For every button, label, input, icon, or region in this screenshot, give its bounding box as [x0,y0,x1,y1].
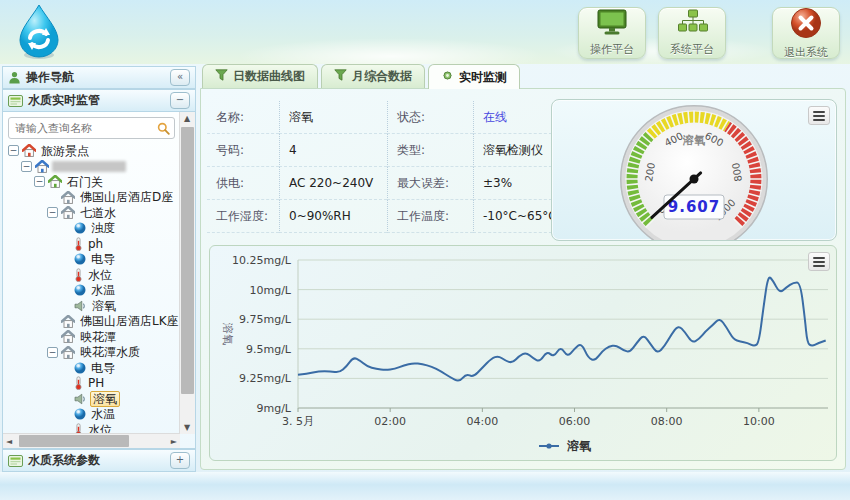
tree-item-label: 映花潭 [78,330,118,344]
tree-item[interactable]: 电导 [8,252,180,268]
header-button-label: 操作平台 [590,42,634,57]
info-value: 在线 [473,101,557,134]
dissolved-oxygen-chart: 9mg/L9.25mg/L9.5mg/L9.75mg/L10mg/L10.25m… [212,248,837,461]
tree-item[interactable]: 电导 [8,360,180,376]
tree-item-label: 水温 [89,407,117,421]
info-label: 工作温度: [387,200,473,233]
tab-1[interactable]: 月综合数据 [321,64,425,88]
scroll-right-icon[interactable]: ► [171,437,177,446]
tab-2[interactable]: 实时监测 [428,64,520,89]
tree-item-label: 电导 [89,361,117,375]
censored-label [52,161,126,172]
water-drop-logo [16,3,62,65]
filter-icon [334,69,347,84]
house-gray [61,206,75,219]
nav-header-label: 操作导航 [26,69,74,86]
tree-item-label: 佛国山居酒店D座（四 [78,190,180,204]
network-icon [677,9,708,40]
bottom-strip [0,472,850,500]
tree-item[interactable]: 佛国山居酒店LK座（展 [8,314,180,330]
sidebar-params-header[interactable]: 水质系统参数 + [2,449,196,472]
search-input[interactable] [13,121,154,136]
tree-container: −旅游景点 − −石门关 佛国山居酒店D座（四 −七道水 浊度 ph 电导 水位… [2,112,196,449]
tree-item[interactable]: 溶氧 [8,298,180,314]
sidebar-nav-header[interactable]: 操作导航 « [2,66,196,89]
tree-item[interactable]: −映花潭水质 [8,345,180,361]
svg-text:10mg/L: 10mg/L [249,284,291,297]
chart-panel: 9mg/L9.25mg/L9.5mg/L9.75mg/L10mg/L10.25m… [209,245,837,461]
system-platform-button[interactable]: 系统平台 [658,7,726,59]
svg-text:9.5mg/L: 9.5mg/L [246,343,292,356]
tree-expander-icon[interactable]: − [34,176,45,187]
expand-params-button[interactable]: + [170,452,190,469]
tree-item-label: 浊度 [89,221,117,235]
scroll-up-icon[interactable]: ▲ [184,114,190,123]
tab-content: 名称:溶氧状态:在线号码:4类型:溶氧检测仪供电:AC 220~240V最大误差… [200,88,846,470]
info-value: -10°C~65°C [473,200,557,233]
device-info-grid: 名称:溶氧状态:在线号码:4类型:溶氧检测仪供电:AC 220~240V最大误差… [207,101,551,233]
svg-text:溶氧: 溶氧 [221,322,234,345]
tree-item[interactable]: −七道水 [8,205,180,221]
exit-system-button[interactable]: 退出系统 [772,7,840,59]
tree-item-label: 七道水 [78,206,118,220]
house-gray [61,191,75,204]
filter-icon [215,69,228,84]
scroll-down-icon[interactable]: ▼ [184,423,190,432]
tree-item[interactable]: −石门关 [8,174,180,190]
search-icon [157,122,170,135]
vertical-scroll-thumb[interactable] [181,127,194,394]
info-label: 号码: [207,134,279,167]
tab-label: 实时监测 [459,69,507,86]
tree-item[interactable]: 水温 [8,407,180,423]
scroll-left-icon[interactable]: ◄ [6,437,12,446]
info-label: 供电: [207,167,279,200]
collapse-sidebar-button[interactable]: « [170,69,190,86]
tree-item-label: 溶氧 [90,299,118,313]
thermometer-icon [74,268,83,282]
svg-text:9.607: 9.607 [668,198,720,216]
tree-item[interactable]: ph [8,236,180,252]
tree-item-label: 水位 [86,268,114,282]
gear-icon [441,69,454,85]
user-icon [8,71,21,84]
tree-item[interactable]: 溶氧 [8,391,180,407]
tree-item[interactable]: 浊度 [8,221,180,237]
horizontal-scroll-thumb[interactable] [19,435,129,447]
house-green [48,175,62,188]
tree-expander-icon[interactable]: − [21,161,32,172]
minimize-panel-button[interactable]: − [170,92,190,109]
tree-item[interactable]: 佛国山居酒店D座（四 [8,190,180,206]
tree-expander-icon[interactable]: − [47,347,58,358]
tree-item[interactable]: − [8,159,180,175]
panel-header-label: 水质实时监管 [28,92,100,109]
tab-0[interactable]: 日数据曲线图 [202,64,318,88]
horizontal-scrollbar[interactable]: ◄ ► [3,433,180,448]
sidebar-panel-header[interactable]: 水质实时监管 − [2,89,196,112]
sensor-icon [74,362,86,374]
svg-text:10:00: 10:00 [743,415,775,428]
tab-label: 月综合数据 [352,68,412,85]
operation-platform-button[interactable]: 操作平台 [578,7,646,59]
tree-item-label: 石门关 [65,175,105,189]
tab-bar: 日数据曲线图 月综合数据 实时监测 [200,64,846,88]
gauge-menu-icon[interactable] [808,106,830,125]
tree-item[interactable]: 映花潭 [8,329,180,345]
info-label: 最大误差: [387,167,473,200]
tree-item[interactable]: −旅游景点 [8,143,180,159]
svg-text:10.25mg/L: 10.25mg/L [232,254,292,267]
speaker-icon [74,393,87,405]
sensor-icon [74,408,86,420]
house-red [22,144,36,157]
tree-item[interactable]: 水温 [8,283,180,299]
svg-text:9.25mg/L: 9.25mg/L [239,372,292,385]
panel-icon [8,95,23,107]
svg-text:溶氧: 溶氧 [682,134,705,147]
chart-menu-icon[interactable] [808,252,830,271]
tree-expander-icon[interactable]: − [8,145,19,156]
svg-text:06:00: 06:00 [559,415,591,428]
tree-item[interactable]: PH [8,376,180,392]
tree-item[interactable]: 水位 [8,267,180,283]
tab-label: 日数据曲线图 [233,68,305,85]
tree-expander-icon[interactable]: − [47,207,58,218]
vertical-scrollbar[interactable]: ▲ ▼ [179,112,195,434]
